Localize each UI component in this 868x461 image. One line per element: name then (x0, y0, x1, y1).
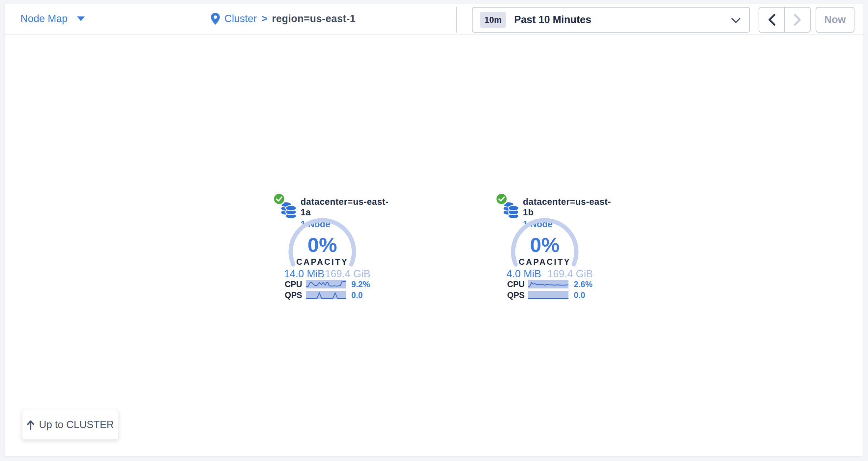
breadcrumb-current: region=us-east-1 (272, 13, 355, 25)
qps-label: QPS (285, 290, 304, 300)
datacenter-title: datacenter=us-east-1a (301, 197, 392, 218)
chevron-left-icon (768, 13, 776, 26)
capacity-percent: 0% (253, 234, 392, 256)
capacity-usage-row: 4.0 MiB 169.4 GiB (506, 268, 593, 280)
datacenter-card-us-east-1a[interactable]: datacenter=us-east-1a 1 Node 0% CAPACITY… (253, 192, 392, 304)
arrow-up-icon (26, 420, 35, 430)
cpu-value: 2.6% (574, 279, 592, 289)
view-selector[interactable]: Node Map (21, 4, 85, 34)
capacity-label: CAPACITY (253, 257, 392, 267)
topbar: Node Map Cluster > region=us-east-1 10m … (5, 4, 863, 35)
cpu-value: 9.2% (351, 279, 370, 289)
qps-row: QPS 0.0 (285, 290, 363, 300)
time-window-dropdown[interactable]: 10m Past 10 Minutes (472, 7, 750, 33)
cpu-row: CPU 2.6% (507, 279, 592, 289)
breadcrumb-cluster-link[interactable]: Cluster (224, 13, 257, 25)
capacity-total: 169.4 GiB (547, 268, 593, 280)
breadcrumb-separator: > (261, 13, 267, 25)
breadcrumb: Cluster > region=us-east-1 (211, 4, 355, 34)
datacenter-title: datacenter=us-east-1b (523, 197, 614, 218)
now-button-label: Now (824, 14, 845, 26)
healthy-check-icon (495, 192, 508, 206)
cpu-label: CPU (285, 279, 304, 289)
capacity-used: 4.0 MiB (506, 268, 541, 280)
up-to-cluster-button[interactable]: Up to CLUSTER (22, 410, 118, 439)
up-to-cluster-label: Up to CLUSTER (39, 419, 114, 431)
node-map-panel: Node Map Cluster > region=us-east-1 10m … (5, 4, 863, 456)
capacity-percent: 0% (475, 234, 614, 256)
time-window-badge: 10m (480, 12, 506, 28)
qps-label: QPS (507, 290, 526, 300)
view-selector-label: Node Map (21, 13, 67, 25)
cpu-row: CPU 9.2% (285, 279, 370, 289)
cpu-label: CPU (507, 279, 526, 289)
datacenter-icon-wrap (499, 194, 519, 220)
qps-value: 0.0 (351, 290, 363, 300)
time-nav-group (758, 7, 811, 33)
capacity-usage-row: 14.0 MiB 169.4 GiB (284, 268, 370, 280)
now-button[interactable]: Now (816, 7, 855, 33)
topbar-divider (457, 7, 457, 33)
time-window-label: Past 10 Minutes (514, 14, 591, 26)
caret-down-icon (77, 16, 85, 22)
datacenter-card-us-east-1b[interactable]: datacenter=us-east-1b 1 Node 0% CAPACITY… (475, 192, 614, 304)
qps-value: 0.0 (574, 290, 585, 300)
time-next-button[interactable] (785, 7, 810, 32)
datacenter-icon-wrap (276, 194, 296, 220)
time-prev-button[interactable] (759, 7, 785, 32)
qps-sparkline (306, 291, 346, 299)
chevron-right-icon (794, 13, 801, 26)
qps-sparkline (528, 291, 568, 299)
chevron-down-icon (731, 18, 741, 23)
capacity-used: 14.0 MiB (284, 268, 324, 280)
capacity-total: 169.4 GiB (325, 268, 370, 280)
location-pin-icon (211, 13, 220, 25)
cpu-sparkline (528, 280, 568, 289)
healthy-check-icon (272, 192, 286, 206)
capacity-label: CAPACITY (475, 257, 614, 267)
qps-row: QPS 0.0 (507, 290, 585, 300)
cpu-sparkline (306, 280, 346, 289)
